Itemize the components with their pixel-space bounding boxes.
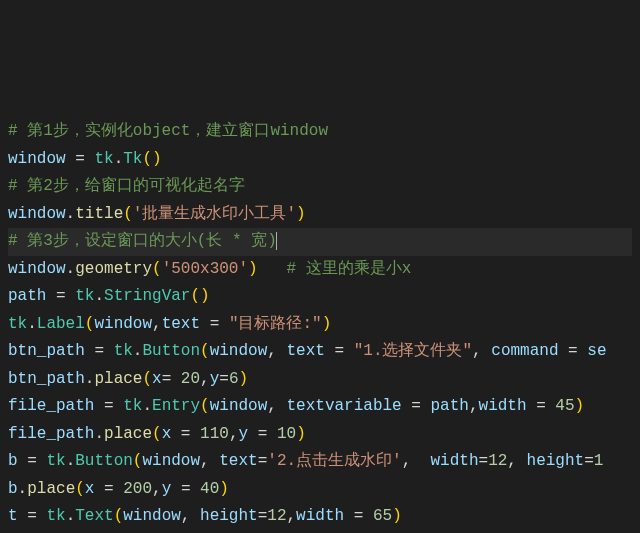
code-line: # 第2步，给窗口的可视化起名字 xyxy=(8,173,632,201)
code-line: window.title('批量生成水印小工具') xyxy=(8,201,632,229)
code-line: btn_path = tk.Button(window, text = "1.选… xyxy=(8,338,632,366)
code-line: tk.Label(window,text = "目标路径:") xyxy=(8,311,632,339)
code-line: path = tk.StringVar() xyxy=(8,283,632,311)
code-line: b.place(x = 200,y = 40) xyxy=(8,476,632,504)
code-line: t = tk.Text(window, height=12,width = 65… xyxy=(8,503,632,531)
code-line: btn_path.place(x= 20,y=6) xyxy=(8,366,632,394)
code-line-active: # 第3步，设定窗口的大小(长 * 宽) xyxy=(8,228,632,256)
code-line: b = tk.Button(window, text='2.点击生成水印', w… xyxy=(8,448,632,476)
code-line: # 第1步，实例化object，建立窗口window xyxy=(8,118,632,146)
code-editor[interactable]: # 第1步，实例化object，建立窗口windowwindow = tk.Tk… xyxy=(8,118,632,533)
code-line: file_path.place(x = 110,y = 10) xyxy=(8,421,632,449)
code-line: window.geometry('500x300') # 这里的乘是小x xyxy=(8,256,632,284)
code-line: file_path = tk.Entry(window, textvariabl… xyxy=(8,393,632,421)
code-line: window = tk.Tk() xyxy=(8,146,632,174)
text-cursor xyxy=(276,232,277,250)
